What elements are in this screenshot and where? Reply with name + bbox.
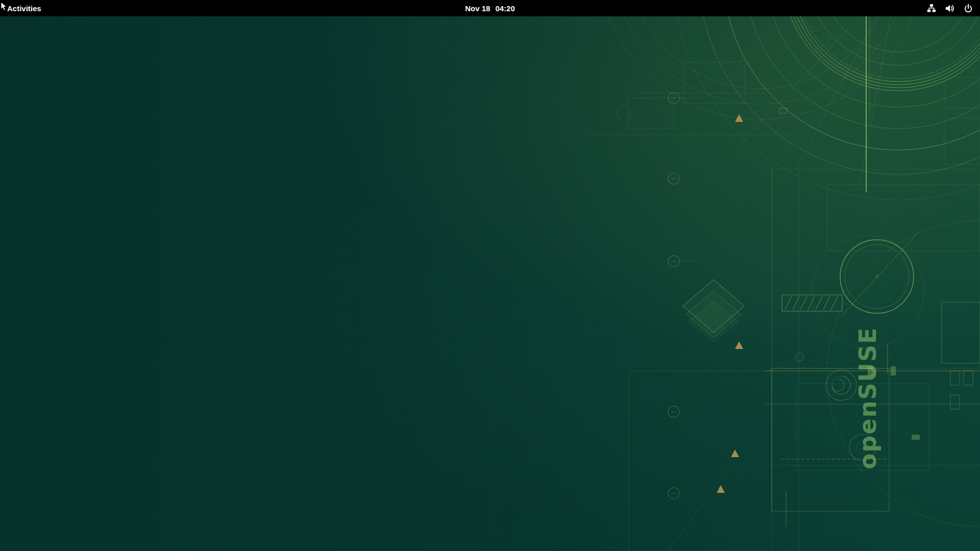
power-icon[interactable] [963, 4, 973, 13]
volume-icon[interactable] [945, 4, 954, 13]
desktop[interactable]: openSUSE [0, 16, 980, 551]
system-status-area[interactable] [919, 0, 980, 16]
activities-button[interactable]: Activities [0, 0, 48, 16]
wallpaper-blueprint: openSUSE [0, 16, 980, 551]
clock[interactable]: Nov 18 04:20 [465, 0, 515, 16]
clock-date: Nov 18 [465, 4, 490, 13]
clock-time: 04:20 [495, 4, 514, 13]
top-bar: Activities Nov 18 04:20 [0, 0, 980, 16]
wallpaper-text: openSUSE [854, 327, 881, 469]
network-wired-icon[interactable] [926, 4, 936, 13]
